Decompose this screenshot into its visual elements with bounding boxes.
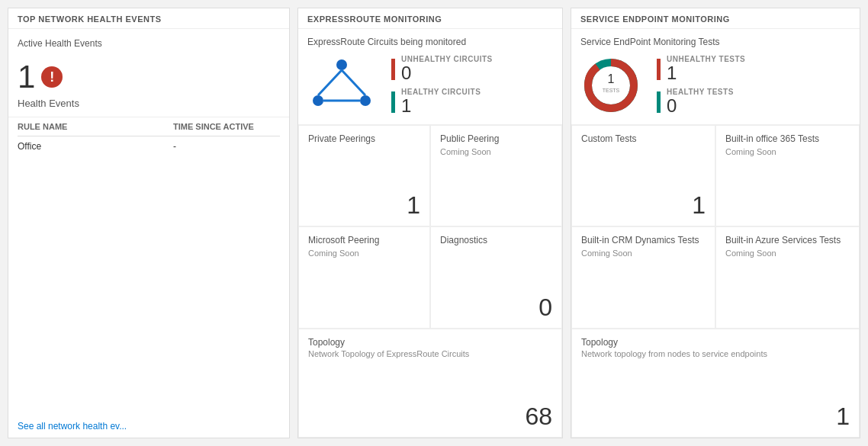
private-peerings-value: 1: [407, 191, 420, 220]
diagnostics-value: 0: [538, 294, 552, 322]
svg-point-2: [360, 95, 371, 106]
er-summary: ExpressRoute Circuits being monitored: [298, 29, 562, 125]
svg-line-3: [318, 70, 342, 95]
private-peerings-title: Private Peerings: [308, 133, 420, 144]
right-panel: SERVICE ENDPOINT MONITORING Service EndP…: [571, 8, 860, 438]
left-panel: TOP NETWORK HEALTH EVENTS Active Health …: [8, 8, 290, 438]
er-subtitle: ExpressRoute Circuits being monitored: [307, 37, 553, 47]
office365-tests-subtitle: Coming Soon: [725, 147, 850, 156]
microsoft-peering-tile[interactable]: Microsoft Peering Coming Soon: [298, 226, 430, 328]
sep-legend: UNHEALTHY TESTS 1 HEALTHY TESTS 0: [657, 55, 745, 117]
unhealthy-circuits-item: UNHEALTHY CIRCUITS 0: [391, 55, 493, 83]
sep-sub-grid: Custom Tests 1 Built-in office 365 Tests…: [571, 125, 860, 438]
sep-topology-value: 1: [836, 403, 850, 431]
sep-subtitle: Service EndPoint Monitoring Tests: [580, 37, 850, 47]
healthy-tests-text: HEALTHY TESTS 0: [667, 88, 734, 116]
row-time: -: [173, 141, 280, 152]
healthy-bar: [391, 91, 395, 113]
col-time-header: TIME SINCE ACTIVE: [173, 122, 280, 131]
middle-panel: EXPRESSROUTE MONITORING ExpressRoute Cir…: [297, 8, 563, 438]
diagnostics-title: Diagnostics: [440, 235, 552, 245]
svg-point-7: [588, 63, 634, 108]
svg-line-4: [342, 70, 365, 95]
unhealthy-tests-text: UNHEALTHY TESTS 1: [667, 55, 745, 83]
microsoft-peering-title: Microsoft Peering: [308, 235, 420, 245]
er-topology-value: 68: [525, 403, 552, 431]
row-rule: Office: [18, 141, 173, 152]
diagnostics-tile[interactable]: Diagnostics 0: [430, 226, 562, 328]
er-topology-title: Topology: [308, 337, 552, 348]
network-icon: [307, 59, 376, 112]
er-topology-tile[interactable]: Topology Network Topology of ExpressRout…: [298, 329, 562, 438]
healthy-tests-item: HEALTHY TESTS 0: [657, 88, 745, 116]
sep-topology-tile[interactable]: Topology Network topology from nodes to …: [571, 329, 860, 438]
sep-topology-subtitle: Network topology from nodes to service e…: [581, 349, 850, 358]
svg-text:1: 1: [608, 72, 615, 85]
private-peerings-tile[interactable]: Private Peerings 1: [298, 125, 430, 226]
unhealthy-tests-label: UNHEALTHY TESTS: [667, 55, 745, 63]
azure-tests-title: Built-in Azure Services Tests: [725, 235, 850, 245]
public-peering-tile[interactable]: Public Peering Coming Soon: [430, 125, 562, 226]
events-table-header: RULE NAME TIME SINCE ACTIVE: [18, 117, 280, 136]
unhealthy-tests-bar: [657, 59, 661, 80]
donut-chart: 1 TESTS: [580, 55, 641, 116]
public-peering-subtitle: Coming Soon: [440, 147, 552, 156]
health-count-row: 1 !: [18, 61, 280, 93]
healthy-tests-bar: [657, 91, 661, 113]
middle-panel-header: EXPRESSROUTE MONITORING: [298, 8, 562, 29]
sep-stats-row: 1 TESTS UNHEALTHY TESTS 1: [580, 55, 850, 117]
er-sub-grid: Private Peerings 1 Public Peering Coming…: [298, 125, 562, 438]
healthy-circuits-item: HEALTHY CIRCUITS 1: [391, 88, 493, 116]
see-all-link[interactable]: See all network health ev...: [8, 415, 289, 438]
sep-summary: Service EndPoint Monitoring Tests 1 TEST…: [571, 29, 860, 125]
svg-text:TESTS: TESTS: [603, 88, 620, 93]
azure-tests-tile[interactable]: Built-in Azure Services Tests Coming Soo…: [715, 226, 860, 328]
unhealthy-circuits-value: 0: [401, 63, 493, 83]
health-events-label: Health Events: [18, 98, 280, 109]
healthy-tests-label: HEALTHY TESTS: [667, 88, 734, 96]
office365-tests-title: Built-in office 365 Tests: [725, 133, 850, 144]
svg-point-0: [336, 59, 347, 70]
microsoft-peering-subtitle: Coming Soon: [308, 249, 420, 258]
crm-tests-title: Built-in CRM Dynamics Tests: [581, 235, 706, 245]
custom-tests-value: 1: [692, 191, 706, 220]
left-panel-header: TOP NETWORK HEALTH EVENTS: [8, 8, 289, 29]
healthy-circuits-label: HEALTHY CIRCUITS: [401, 88, 481, 96]
right-panel-header: SERVICE ENDPOINT MONITORING: [571, 8, 860, 29]
health-summary: Active Health Events 1 ! Health Events: [8, 29, 289, 117]
crm-tests-tile[interactable]: Built-in CRM Dynamics Tests Coming Soon: [571, 226, 715, 328]
svg-point-1: [313, 95, 323, 106]
custom-tests-tile[interactable]: Custom Tests 1: [571, 125, 715, 226]
table-row: Office -: [18, 136, 280, 156]
col-rule-header: RULE NAME: [18, 122, 173, 131]
er-stats-row: UNHEALTHY CIRCUITS 0 HEALTHY CIRCUITS 1: [307, 55, 553, 117]
unhealthy-circuits-label: UNHEALTHY CIRCUITS: [401, 55, 493, 63]
er-legend: UNHEALTHY CIRCUITS 0 HEALTHY CIRCUITS 1: [391, 55, 493, 117]
unhealthy-bar: [391, 59, 395, 80]
healthy-text: HEALTHY CIRCUITS 1: [401, 88, 481, 116]
unhealthy-tests-value: 1: [667, 63, 745, 83]
office365-tests-tile[interactable]: Built-in office 365 Tests Coming Soon: [715, 125, 860, 226]
active-label: Active Health Events: [18, 38, 280, 49]
public-peering-title: Public Peering: [440, 133, 552, 144]
healthy-circuits-value: 1: [401, 96, 481, 116]
healthy-tests-value: 0: [667, 96, 734, 116]
er-topology-subtitle: Network Topology of ExpressRoute Circuit…: [308, 349, 552, 358]
azure-tests-subtitle: Coming Soon: [725, 249, 850, 258]
unhealthy-text: UNHEALTHY CIRCUITS 0: [401, 55, 493, 83]
custom-tests-title: Custom Tests: [581, 133, 706, 144]
events-table: RULE NAME TIME SINCE ACTIVE Office -: [8, 117, 289, 156]
health-count: 1: [18, 61, 35, 93]
sep-topology-title: Topology: [581, 337, 850, 348]
crm-tests-subtitle: Coming Soon: [581, 249, 706, 258]
unhealthy-tests-item: UNHEALTHY TESTS 1: [657, 55, 745, 83]
error-icon: !: [41, 66, 63, 88]
